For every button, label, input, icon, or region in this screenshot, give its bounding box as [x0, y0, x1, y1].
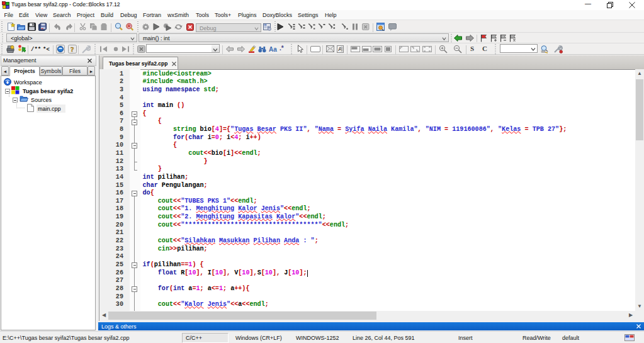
svg-text:?: ?: [71, 45, 74, 53]
svg-text:R: R: [128, 24, 131, 28]
